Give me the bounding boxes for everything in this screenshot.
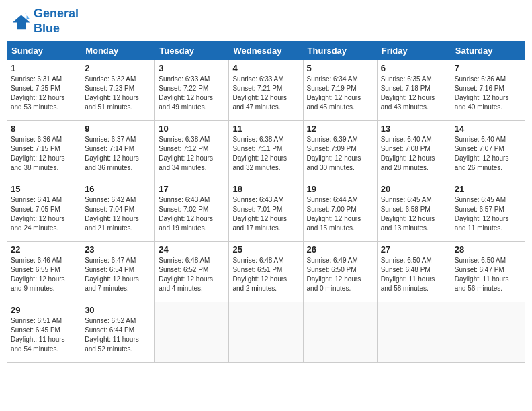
day-info: Sunrise: 6:48 AM Sunset: 6:52 PM Dayligh… (159, 256, 225, 293)
day-info: Sunrise: 6:31 AM Sunset: 7:25 PM Dayligh… (11, 75, 77, 112)
logo: General Blue (9, 7, 79, 36)
calendar-cell: 26 Sunrise: 6:49 AM Sunset: 6:50 PM Dayl… (303, 242, 377, 302)
calendar-cell: 15 Sunrise: 6:41 AM Sunset: 7:05 PM Dayl… (7, 181, 81, 242)
day-info: Sunrise: 6:36 AM Sunset: 7:15 PM Dayligh… (11, 135, 77, 173)
weekday-header: Saturday (451, 42, 525, 60)
day-number: 6 (381, 63, 447, 73)
day-number: 1 (11, 63, 77, 73)
calendar-cell (377, 302, 451, 363)
day-number: 16 (85, 184, 151, 194)
calendar-cell: 5 Sunrise: 6:34 AM Sunset: 7:19 PM Dayli… (303, 60, 377, 121)
calendar-cell: 16 Sunrise: 6:42 AM Sunset: 7:04 PM Dayl… (81, 181, 155, 242)
day-info: Sunrise: 6:43 AM Sunset: 7:02 PM Dayligh… (159, 195, 225, 233)
calendar-cell: 19 Sunrise: 6:44 AM Sunset: 7:00 PM Dayl… (303, 181, 377, 242)
day-info: Sunrise: 6:40 AM Sunset: 7:07 PM Dayligh… (455, 135, 521, 173)
calendar-cell: 10 Sunrise: 6:38 AM Sunset: 7:12 PM Dayl… (155, 121, 229, 181)
logo-icon (9, 11, 31, 32)
day-number: 19 (307, 184, 373, 194)
logo-text: General Blue (34, 7, 79, 36)
day-info: Sunrise: 6:48 AM Sunset: 6:51 PM Dayligh… (232, 256, 299, 293)
day-info: Sunrise: 6:49 AM Sunset: 6:50 PM Dayligh… (307, 256, 373, 293)
day-number: 7 (455, 63, 521, 73)
weekday-header: Wednesday (229, 42, 303, 60)
calendar-cell: 28 Sunrise: 6:50 AM Sunset: 6:47 PM Dayl… (451, 242, 525, 302)
day-info: Sunrise: 6:50 AM Sunset: 6:48 PM Dayligh… (381, 256, 447, 293)
day-info: Sunrise: 6:43 AM Sunset: 7:01 PM Dayligh… (232, 195, 299, 233)
day-number: 14 (455, 124, 521, 134)
day-number: 8 (11, 124, 77, 134)
day-info: Sunrise: 6:35 AM Sunset: 7:18 PM Dayligh… (381, 75, 447, 112)
day-info: Sunrise: 6:37 AM Sunset: 7:14 PM Dayligh… (85, 135, 151, 173)
day-number: 4 (232, 63, 299, 73)
day-info: Sunrise: 6:45 AM Sunset: 6:57 PM Dayligh… (455, 195, 521, 233)
calendar-cell: 17 Sunrise: 6:43 AM Sunset: 7:02 PM Dayl… (155, 181, 229, 242)
day-number: 29 (11, 305, 77, 315)
calendar-cell: 8 Sunrise: 6:36 AM Sunset: 7:15 PM Dayli… (7, 121, 81, 181)
calendar-cell: 25 Sunrise: 6:48 AM Sunset: 6:51 PM Dayl… (229, 242, 303, 302)
calendar-cell: 2 Sunrise: 6:32 AM Sunset: 7:23 PM Dayli… (81, 60, 155, 121)
day-number: 24 (159, 244, 225, 255)
calendar-cell: 20 Sunrise: 6:45 AM Sunset: 6:58 PM Dayl… (377, 181, 451, 242)
day-info: Sunrise: 6:46 AM Sunset: 6:55 PM Dayligh… (11, 256, 77, 293)
calendar-cell (451, 302, 525, 363)
weekday-header: Tuesday (155, 42, 229, 60)
day-info: Sunrise: 6:51 AM Sunset: 6:45 PM Dayligh… (11, 316, 77, 354)
day-number: 5 (307, 63, 373, 73)
day-number: 11 (232, 124, 299, 134)
day-number: 27 (381, 244, 447, 255)
day-info: Sunrise: 6:50 AM Sunset: 6:47 PM Dayligh… (455, 256, 521, 293)
day-info: Sunrise: 6:34 AM Sunset: 7:19 PM Dayligh… (307, 75, 373, 112)
day-number: 9 (85, 124, 151, 134)
calendar-cell: 7 Sunrise: 6:36 AM Sunset: 7:16 PM Dayli… (451, 60, 525, 121)
day-number: 25 (232, 244, 299, 255)
day-info: Sunrise: 6:36 AM Sunset: 7:16 PM Dayligh… (455, 75, 521, 112)
day-number: 13 (381, 124, 447, 134)
calendar-cell: 24 Sunrise: 6:48 AM Sunset: 6:52 PM Dayl… (155, 242, 229, 302)
day-info: Sunrise: 6:45 AM Sunset: 6:58 PM Dayligh… (381, 195, 447, 233)
day-info: Sunrise: 6:52 AM Sunset: 6:44 PM Dayligh… (85, 316, 151, 354)
day-info: Sunrise: 6:38 AM Sunset: 7:11 PM Dayligh… (232, 135, 299, 173)
day-number: 21 (455, 184, 521, 194)
day-number: 12 (307, 124, 373, 134)
calendar-cell (303, 302, 377, 363)
calendar-cell: 1 Sunrise: 6:31 AM Sunset: 7:25 PM Dayli… (7, 60, 81, 121)
calendar-cell: 30 Sunrise: 6:52 AM Sunset: 6:44 PM Dayl… (81, 302, 155, 363)
calendar-cell: 9 Sunrise: 6:37 AM Sunset: 7:14 PM Dayli… (81, 121, 155, 181)
calendar-cell (229, 302, 303, 363)
weekday-header: Friday (377, 42, 451, 60)
day-number: 18 (232, 184, 299, 194)
day-info: Sunrise: 6:42 AM Sunset: 7:04 PM Dayligh… (85, 195, 151, 233)
day-info: Sunrise: 6:38 AM Sunset: 7:12 PM Dayligh… (159, 135, 225, 173)
day-number: 28 (455, 244, 521, 255)
calendar-cell: 13 Sunrise: 6:40 AM Sunset: 7:08 PM Dayl… (377, 121, 451, 181)
calendar-cell: 4 Sunrise: 6:33 AM Sunset: 7:21 PM Dayli… (229, 60, 303, 121)
calendar-cell: 22 Sunrise: 6:46 AM Sunset: 6:55 PM Dayl… (7, 242, 81, 302)
day-number: 15 (11, 184, 77, 194)
calendar-cell: 14 Sunrise: 6:40 AM Sunset: 7:07 PM Dayl… (451, 121, 525, 181)
day-info: Sunrise: 6:39 AM Sunset: 7:09 PM Dayligh… (307, 135, 373, 173)
calendar-cell: 27 Sunrise: 6:50 AM Sunset: 6:48 PM Dayl… (377, 242, 451, 302)
day-info: Sunrise: 6:33 AM Sunset: 7:22 PM Dayligh… (159, 75, 225, 112)
calendar-cell: 6 Sunrise: 6:35 AM Sunset: 7:18 PM Dayli… (377, 60, 451, 121)
day-info: Sunrise: 6:41 AM Sunset: 7:05 PM Dayligh… (11, 195, 77, 233)
day-info: Sunrise: 6:32 AM Sunset: 7:23 PM Dayligh… (85, 75, 151, 112)
calendar-cell: 12 Sunrise: 6:39 AM Sunset: 7:09 PM Dayl… (303, 121, 377, 181)
calendar-cell: 18 Sunrise: 6:43 AM Sunset: 7:01 PM Dayl… (229, 181, 303, 242)
calendar-cell: 23 Sunrise: 6:47 AM Sunset: 6:54 PM Dayl… (81, 242, 155, 302)
day-info: Sunrise: 6:47 AM Sunset: 6:54 PM Dayligh… (85, 256, 151, 293)
day-number: 2 (85, 63, 151, 73)
day-number: 23 (85, 244, 151, 255)
day-number: 10 (159, 124, 225, 134)
day-number: 3 (159, 63, 225, 73)
day-number: 26 (307, 244, 373, 255)
weekday-header: Monday (81, 42, 155, 60)
day-info: Sunrise: 6:44 AM Sunset: 7:00 PM Dayligh… (307, 195, 373, 233)
day-number: 22 (11, 244, 77, 255)
calendar-cell (155, 302, 229, 363)
calendar-cell: 11 Sunrise: 6:38 AM Sunset: 7:11 PM Dayl… (229, 121, 303, 181)
day-info: Sunrise: 6:40 AM Sunset: 7:08 PM Dayligh… (381, 135, 447, 173)
day-number: 17 (159, 184, 225, 194)
day-number: 20 (381, 184, 447, 194)
calendar-cell: 3 Sunrise: 6:33 AM Sunset: 7:22 PM Dayli… (155, 60, 229, 121)
calendar-table: SundayMondayTuesdayWednesdayThursdayFrid… (7, 41, 525, 363)
